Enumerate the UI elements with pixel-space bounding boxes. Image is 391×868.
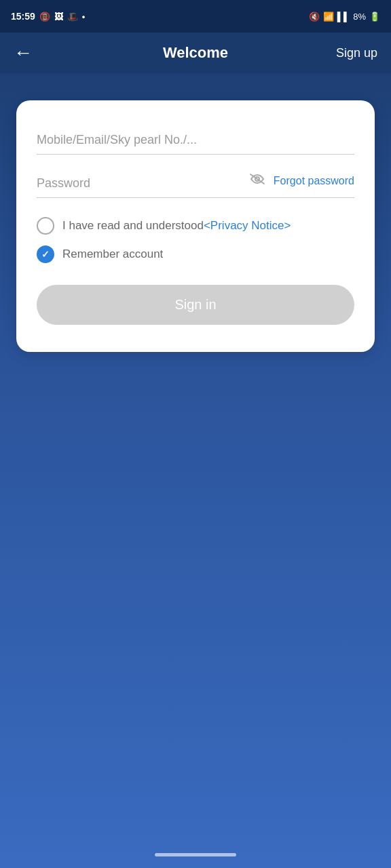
email-input[interactable] [37,127,354,155]
toggle-password-icon[interactable] [249,173,265,189]
status-right-icons: 🔇 📶 ▌▌ 8% 🔋 [309,12,380,22]
main-content: Forgot password I have read and understo… [0,73,391,841]
signin-button[interactable]: Sign in [37,285,354,325]
wifi-icon: 📶 [323,12,334,22]
battery-percent: 8% [353,12,366,22]
remember-account-row: Remember account [37,245,354,263]
status-time: 15:59 📵 🖼 🎩 • [11,11,85,22]
privacy-checkbox[interactable] [37,217,54,235]
time-display: 15:59 [11,11,35,22]
privacy-text: I have read and understood [62,219,204,232]
forgot-password-link[interactable]: Forgot password [274,175,354,187]
dot-icon: • [82,12,86,22]
hat-icon: 🎩 [67,12,78,22]
privacy-notice-link[interactable]: <Privacy Notice> [204,219,291,232]
login-card: Forgot password I have read and understo… [16,100,375,352]
mute-icon: 🔇 [309,12,320,22]
signup-button[interactable]: Sign up [336,46,377,60]
password-input[interactable] [37,171,249,191]
email-field-group [37,127,354,155]
signal-icon: ▌▌ [337,12,350,22]
privacy-checkbox-row: I have read and understood<Privacy Notic… [37,217,354,235]
password-icons: Forgot password [249,173,354,189]
battery-icon: 🔋 [369,12,380,22]
remember-account-checkbox[interactable] [37,245,54,263]
privacy-label: I have read and understood<Privacy Notic… [62,219,291,233]
status-bar: 15:59 📵 🖼 🎩 • 🔇 📶 ▌▌ 8% 🔋 [0,0,391,33]
home-indicator [155,853,236,856]
back-button[interactable]: ← [14,43,33,62]
page-title: Welcome [163,44,228,62]
header: ← Welcome Sign up [0,33,391,73]
password-field-group: Forgot password [37,171,354,198]
remember-account-label: Remember account [62,248,163,261]
notifications-off-icon: 📵 [39,12,50,22]
gallery-icon: 🖼 [54,12,63,22]
nav-bar [0,841,391,868]
